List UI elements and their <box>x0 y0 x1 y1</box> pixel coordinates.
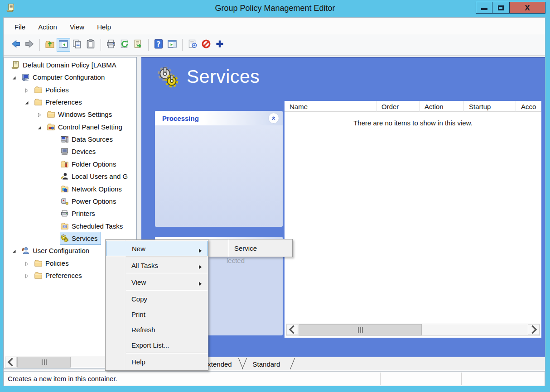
toolbar-print-button[interactable] <box>104 38 118 52</box>
context-menu-item-refresh[interactable]: Refresh <box>106 322 207 337</box>
toolbar: ? <box>4 34 545 56</box>
expander-collapsed-icon[interactable] <box>24 272 29 278</box>
tree-item-network-options[interactable]: Network Options <box>4 183 136 195</box>
tree-item-local-users-and-g[interactable]: Local Users and G <box>4 170 136 182</box>
toolbar-forward-button[interactable] <box>23 38 36 52</box>
tree-item-label: Power Options <box>72 197 116 205</box>
tree-item-computer-configuration[interactable]: Computer Configuration <box>4 71 136 83</box>
list-horizontal-scrollbar[interactable] <box>286 324 540 336</box>
context-menu-item-help[interactable]: Help <box>106 354 207 369</box>
close-icon: X <box>525 4 530 12</box>
menu-help[interactable]: Help <box>97 23 111 31</box>
page-title: Services <box>187 66 260 87</box>
expander-collapsed-icon[interactable] <box>24 87 29 92</box>
tree-item-label: Network Options <box>72 185 122 193</box>
main-region: Default Domain Policy [LABMAComputer Con… <box>4 56 545 370</box>
tree-item-default-domain-policy-labma[interactable]: Default Domain Policy [LABMA <box>4 59 136 71</box>
toolbar-disable-button[interactable] <box>199 38 213 52</box>
close-button[interactable]: X <box>509 2 545 14</box>
expander-collapsed-icon[interactable] <box>37 111 42 117</box>
tree-item-printers[interactable]: Printers <box>4 207 136 220</box>
services-gears-icon <box>156 66 181 89</box>
local-users-icon <box>60 172 69 181</box>
toolbar-separator <box>39 39 40 51</box>
toolbar-back-button[interactable] <box>9 38 23 52</box>
toolbar-help-button[interactable]: ? <box>152 38 165 52</box>
menu-item-label: Help <box>131 358 145 366</box>
scroll-left-button[interactable] <box>5 357 17 368</box>
context-menu-item-new[interactable]: New <box>106 241 208 256</box>
tree-item-control-panel-setting[interactable]: Control Panel Setting <box>4 121 136 133</box>
scrollbar-thumb[interactable] <box>17 357 71 368</box>
tree-item-label: Data Sources <box>72 135 113 143</box>
tree-item-preferences[interactable]: Preferences <box>4 96 136 108</box>
plus-icon <box>215 39 225 51</box>
console-tree-icon <box>58 39 68 51</box>
chevron-up-icon[interactable] <box>268 113 279 124</box>
context-menu-item-copy[interactable]: Copy <box>106 291 207 306</box>
export-list-icon <box>133 39 143 51</box>
submenu-arrow-icon <box>198 280 202 284</box>
tree-item-devices[interactable]: Devices <box>4 145 136 158</box>
network-options-icon <box>60 185 69 193</box>
toolbar-show-hide-console-tree-button[interactable] <box>57 38 70 52</box>
tree-item-label: Preferences <box>45 98 82 106</box>
folder-icon <box>47 110 55 119</box>
expander-collapsed-icon[interactable] <box>24 260 29 266</box>
expander-expanded-icon[interactable] <box>37 124 42 129</box>
expander-expanded-icon[interactable] <box>24 99 29 105</box>
items-list-view[interactable]: NameOrderActionStartupAcco There are no … <box>285 101 541 338</box>
toolbar-copy-button[interactable] <box>70 38 84 52</box>
folder-icon <box>34 259 43 268</box>
column-header-name[interactable]: Name <box>285 101 376 112</box>
column-header-startup[interactable]: Startup <box>464 101 516 112</box>
tree-item-label: Default Domain Policy [LABMA <box>23 61 116 69</box>
menu-file[interactable]: File <box>14 23 25 31</box>
context-menu-item-export-list[interactable]: Export List... <box>106 337 207 353</box>
toolbar-add-button[interactable] <box>213 38 227 52</box>
submenu-arrow-icon <box>198 247 202 251</box>
column-header-order[interactable]: Order <box>376 101 420 112</box>
tab-standard[interactable]: Standard <box>244 357 289 371</box>
toolbar-up-one-level-button[interactable] <box>43 38 57 52</box>
tree-item-scheduled-tasks[interactable]: Scheduled Tasks <box>4 220 136 232</box>
toolbar-separator <box>182 39 183 51</box>
context-menu-item-all-tasks[interactable]: All Tasks <box>106 258 207 273</box>
tree-item-policies[interactable]: Policies <box>4 84 136 96</box>
status-text: Creates a new item in this container. <box>8 375 117 382</box>
scheduled-tasks-icon <box>60 222 69 230</box>
context-menu-item-view[interactable]: View <box>106 274 207 290</box>
scroll-right-button[interactable] <box>528 324 540 335</box>
expander-expanded-icon[interactable] <box>11 248 17 253</box>
context-menu-item-print[interactable]: Print <box>106 306 207 322</box>
tree-item-data-sources[interactable]: Data Sources <box>4 133 136 145</box>
toolbar-show-hide-action-pane-button[interactable] <box>165 38 179 52</box>
expander-expanded-icon[interactable] <box>11 74 17 80</box>
tree-item-power-options[interactable]: Power Options <box>4 195 136 207</box>
computer-config-icon <box>21 73 30 81</box>
block-icon <box>201 39 211 51</box>
scroll-left-button[interactable] <box>286 324 298 335</box>
scrollbar-thumb[interactable] <box>299 324 422 335</box>
tree-item-windows-settings[interactable]: Windows Settings <box>4 108 136 120</box>
toolbar-properties-doc-button[interactable] <box>186 38 199 52</box>
tab-separator <box>290 358 295 369</box>
column-header-acco[interactable]: Acco <box>516 101 541 112</box>
toolbar-paste-button[interactable] <box>84 38 97 52</box>
submenu-item-service[interactable]: Service <box>209 240 292 256</box>
toolbar-refresh-button[interactable] <box>118 38 131 52</box>
minimize-button[interactable] <box>476 2 492 14</box>
statusbar: Creates a new item in this container. <box>4 371 545 386</box>
tree-item-folder-options[interactable]: Folder Options <box>4 158 136 170</box>
menu-separator <box>126 273 207 273</box>
tree-item-label: User Configuration <box>33 247 89 254</box>
column-header-action[interactable]: Action <box>420 101 464 112</box>
folder-icon <box>34 86 43 94</box>
menu-view[interactable]: View <box>70 23 84 31</box>
data-sources-icon <box>60 135 69 143</box>
toolbar-export-list-button[interactable] <box>131 38 145 52</box>
titlebar[interactable]: Group Policy Management Editor X <box>0 0 550 17</box>
services-heading: Services <box>156 66 260 89</box>
maximize-button[interactable] <box>492 2 510 14</box>
menu-action[interactable]: Action <box>38 23 57 31</box>
